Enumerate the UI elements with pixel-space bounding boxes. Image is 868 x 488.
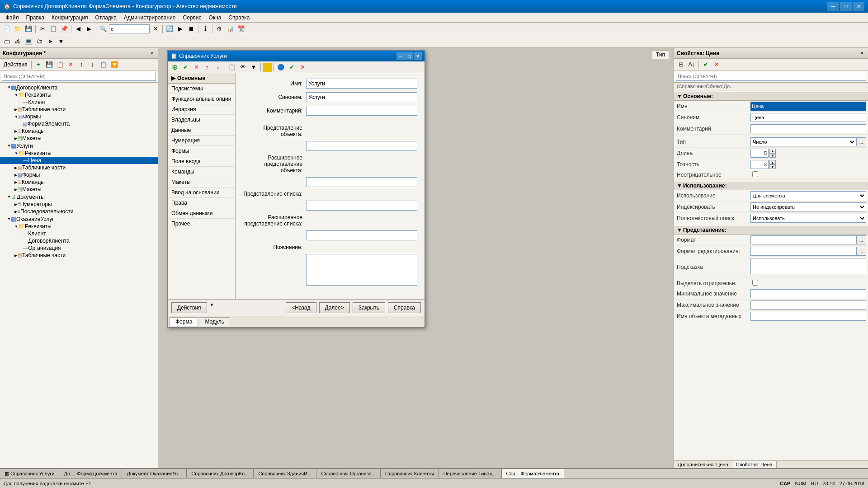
config-search-input[interactable] xyxy=(2,72,156,81)
rassh-ob-input[interactable] xyxy=(306,177,417,187)
tree-node-dogovor[interactable]: ▼ ▦ ДоговорКлиента xyxy=(0,84,158,91)
btab-perechis[interactable]: Перечисление ТипЗд... xyxy=(439,469,502,478)
tree-node-forms1[interactable]: ▼ ▦ Формы xyxy=(0,113,158,120)
nav-item-makety[interactable]: Макеты xyxy=(168,177,235,188)
nav-item-obmen[interactable]: Обмен данными xyxy=(168,208,235,219)
tab-modul[interactable]: Модуль xyxy=(199,317,230,326)
rp-alpha[interactable]: A↓ xyxy=(687,60,697,70)
btab-sprav-organ[interactable]: Справочник Организа... xyxy=(316,469,381,478)
prop-format-btn[interactable]: ... xyxy=(856,235,866,244)
tochnost-up[interactable]: ▲ xyxy=(769,160,776,164)
prop-min-input[interactable] xyxy=(750,289,866,298)
nav-item-numeratsiya[interactable]: Нумерация xyxy=(168,136,235,146)
dlina-input[interactable] xyxy=(750,149,769,158)
tree-node-mac2[interactable]: ▶ ▤ Макеты xyxy=(0,186,158,193)
nav-item-prava[interactable]: Права xyxy=(168,198,235,208)
tb-paste[interactable]: 📌 xyxy=(59,24,69,34)
minimize-button[interactable]: ─ xyxy=(827,2,839,11)
dlg-drop[interactable]: ▼ xyxy=(249,62,259,72)
tochnost-input[interactable] xyxy=(750,160,769,169)
menu-admin[interactable]: Администрирование xyxy=(120,14,179,22)
tb-extra3[interactable]: 📆 xyxy=(236,24,246,34)
menu-edit[interactable]: Правка xyxy=(23,14,48,22)
tb-run[interactable]: ▶ xyxy=(175,24,185,34)
search-input[interactable] xyxy=(109,24,150,33)
dlg-cancel[interactable]: ✕ xyxy=(191,62,201,72)
cfg-delete[interactable]: ✕ xyxy=(66,60,76,70)
prop-index-select[interactable]: Не индексировать xyxy=(750,202,866,211)
prop-tip-btn[interactable]: ... xyxy=(856,137,866,146)
tree-node-tab3[interactable]: ▶ ▦ Табличные части xyxy=(0,252,158,259)
dlg-copy[interactable]: 📋 xyxy=(227,62,237,72)
menu-windows[interactable]: Окна xyxy=(205,14,225,22)
rassh-sp-input[interactable] xyxy=(306,230,417,240)
actions-button[interactable]: Действия xyxy=(171,302,207,313)
dlg-view[interactable]: 👁 xyxy=(238,62,248,72)
tree-node-numeratory[interactable]: ▶ # Нумераторы xyxy=(0,201,158,208)
vydelyat-checkbox[interactable] xyxy=(752,280,758,286)
tb-stop[interactable]: ⏹ xyxy=(186,24,196,34)
prop-ispolz-select[interactable]: Для элемента xyxy=(750,191,866,200)
cfg-copy[interactable]: 📋 xyxy=(55,60,65,70)
btab-do-forma-doc[interactable]: До...: ФормаДокумента xyxy=(59,469,122,478)
tb2-2[interactable]: 🖧 xyxy=(13,37,23,47)
tb-search-clear[interactable]: ✕ xyxy=(151,24,160,34)
tb-cut[interactable]: ✂ xyxy=(38,24,47,34)
dlg-down[interactable]: ↓ xyxy=(213,62,223,72)
tree-node-org[interactable]: — Организация xyxy=(0,244,158,252)
config-panel-close[interactable]: ✕ xyxy=(149,50,155,56)
btab-spr-forma-elem[interactable]: Спр... ФормаЭлемента xyxy=(502,469,564,478)
tree-node-okazanie[interactable]: ▼ ▦ ОказаниеУслуг xyxy=(0,215,158,223)
prop-max-input[interactable] xyxy=(750,300,866,310)
nav-item-dannye[interactable]: Данные xyxy=(168,125,235,136)
dlg-nav1[interactable]: 🔵 xyxy=(276,62,286,72)
sinonim-input[interactable] xyxy=(306,92,417,102)
tree-node-forms2[interactable]: ▶ ▦ Формы xyxy=(0,171,158,178)
dlg-nav2[interactable]: ✔ xyxy=(287,62,297,72)
prop-format-input[interactable] xyxy=(750,235,856,244)
tb2-4[interactable]: 🗂 xyxy=(34,37,44,47)
tree-node-klient1[interactable]: — Клиент xyxy=(0,99,158,106)
expand-icon[interactable]: ▼ xyxy=(7,144,11,148)
expand-icon[interactable]: ▼ xyxy=(14,115,18,119)
tb2-3[interactable]: 💻 xyxy=(24,37,33,47)
rb-tab-svoystva[interactable]: Свойства: Цена xyxy=(732,461,777,468)
forward-button[interactable]: Далее> xyxy=(319,302,350,313)
tree-node-dogovor2[interactable]: — ДоговорКлиента xyxy=(0,237,158,244)
pred-sp-input[interactable] xyxy=(306,201,417,211)
menu-service[interactable]: Сервис xyxy=(179,14,205,22)
prop-podskazka-textarea[interactable] xyxy=(750,258,866,274)
maximize-button[interactable]: □ xyxy=(840,2,852,11)
close-button[interactable]: ✕ xyxy=(853,2,864,11)
nav-item-vladeltsy[interactable]: Владельцы xyxy=(168,115,235,125)
tree-node-forma-elem[interactable]: ▤ ФормаЭлемента xyxy=(0,120,158,127)
tb-find[interactable]: 🔍 xyxy=(98,24,108,34)
back-button[interactable]: <Назад xyxy=(286,302,316,313)
rp-ok[interactable]: ✔ xyxy=(701,60,711,70)
pred-ob-input[interactable] xyxy=(306,141,417,151)
nav-item-osnovnye[interactable]: ▶ Основные xyxy=(168,73,235,84)
expand-icon[interactable]: ▼ xyxy=(7,85,11,89)
nav-item-komandy[interactable]: Команды xyxy=(168,167,235,177)
expand-icon[interactable]: ▼ xyxy=(14,93,18,97)
tab-forma[interactable]: Форма xyxy=(170,317,198,326)
neotrits-checkbox[interactable] xyxy=(752,171,758,177)
expand-icon[interactable]: ▼ xyxy=(7,195,11,199)
poyasn-textarea[interactable] xyxy=(306,254,417,286)
tb-extra2[interactable]: 📊 xyxy=(225,24,235,34)
btab-dok-okazanie[interactable]: Документ ОказаниеУс... xyxy=(122,469,187,478)
rp-sort[interactable]: ⊞ xyxy=(676,60,686,70)
help-button[interactable]: Справка xyxy=(388,302,421,313)
tb-back[interactable]: ◀ xyxy=(73,24,83,34)
dialog-close[interactable]: ✕ xyxy=(414,52,422,60)
menu-config[interactable]: Конфигурация xyxy=(48,14,92,22)
tochnost-down[interactable]: ▼ xyxy=(769,164,776,169)
cfg-up[interactable]: ↑ xyxy=(77,60,87,70)
dlg-add[interactable]: ⊕ xyxy=(170,62,179,72)
tree-node-rekvizity1[interactable]: ▼ 📁 Реквизиты xyxy=(0,91,158,99)
tb2-1[interactable]: 🗃 xyxy=(2,37,12,47)
tb-copy[interactable]: 📋 xyxy=(48,24,58,34)
nav-item-ierarkhiya[interactable]: Иерархия xyxy=(168,104,235,115)
menu-debug[interactable]: Отладка xyxy=(92,14,120,22)
tree-node-uslugi[interactable]: ▼ ▦ Услуги xyxy=(0,142,158,150)
